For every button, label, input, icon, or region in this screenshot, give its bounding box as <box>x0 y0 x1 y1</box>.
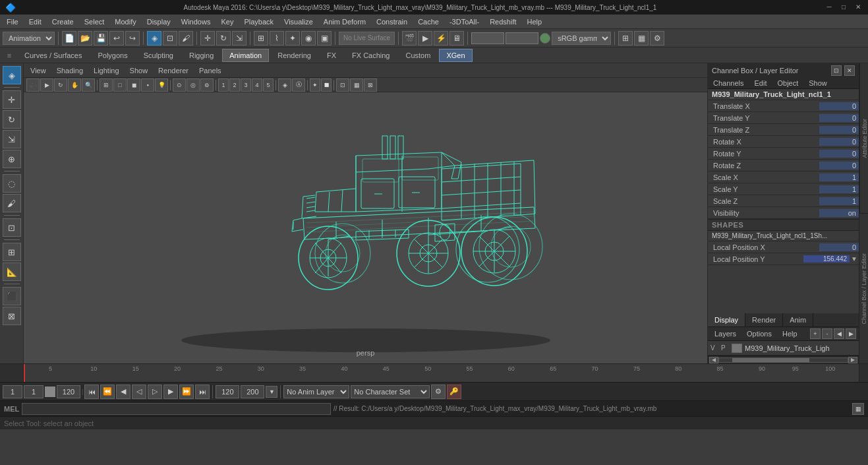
vp-rig-btn[interactable]: ✦ <box>310 78 320 92</box>
viewport-options-btn[interactable]: ⚙ <box>650 31 664 46</box>
key-settings-btn[interactable]: ⚙ <box>431 385 446 399</box>
vp-isolate-btn[interactable]: ⊚ <box>200 78 214 92</box>
cmd-input-field[interactable] <box>22 403 331 415</box>
scroll-track[interactable] <box>718 357 848 363</box>
create-layer-btn[interactable]: ⬛ <box>3 287 21 305</box>
tab-animation[interactable]: Animation <box>222 49 269 62</box>
channel-translate-y[interactable]: Translate Y 0 <box>708 112 859 124</box>
render-settings-btn[interactable]: 🎬 <box>402 31 417 46</box>
redo-btn[interactable]: ↪ <box>125 31 140 46</box>
layers-menu-help[interactable]: Help <box>778 328 801 339</box>
tab-custom[interactable]: Custom <box>399 49 438 62</box>
vp-light-btn[interactable]: 💡 <box>155 78 168 92</box>
channel-rotate-z[interactable]: Rotate Z 0 <box>708 160 859 171</box>
menu-edit[interactable]: Edit <box>25 16 45 27</box>
color-profile-select[interactable]: sRGB gamma <box>552 32 611 45</box>
tab-sculpting[interactable]: Sculpting <box>136 49 181 62</box>
cb-tab-object[interactable]: Object <box>772 78 803 88</box>
paint-select-btn[interactable]: 🖌 <box>179 31 193 46</box>
scroll-left-btn[interactable]: ◀ <box>709 357 718 363</box>
show-manip-btn[interactable]: ⊡ <box>3 218 21 237</box>
char-set-select[interactable]: No Character Set <box>351 385 430 398</box>
vp-menu-shading[interactable]: Shading <box>53 65 87 76</box>
layer-left-btn[interactable]: ◀ <box>834 328 844 339</box>
vp-display5-btn[interactable]: 5 <box>263 78 274 92</box>
vp-menu-view[interactable]: View <box>26 65 50 76</box>
measure-btn[interactable]: 📐 <box>3 263 21 281</box>
menu-file[interactable]: File <box>3 16 22 27</box>
dt-tab-anim[interactable]: Anim <box>783 313 813 326</box>
vp-display1-btn[interactable]: 1 <box>218 78 229 92</box>
local-pos-y-expand[interactable]: ▼ <box>850 255 859 263</box>
menu-key[interactable]: Key <box>217 16 237 27</box>
vp-aa-btn[interactable]: Ⓐ <box>292 78 305 92</box>
vp-textured-btn[interactable]: ▪ <box>141 78 154 92</box>
vp-display4-btn[interactable]: 4 <box>252 78 262 92</box>
snap-to-grid-btn[interactable]: ⊞ <box>254 31 268 46</box>
show-hud-btn[interactable]: ▦ <box>634 31 649 46</box>
move-tool-btn[interactable]: ✛ <box>200 31 215 46</box>
vp-playblast-btn[interactable]: ▶ <box>40 78 53 92</box>
anim-layer-select[interactable]: No Anim Layer <box>283 385 349 398</box>
channel-translate-x[interactable]: Translate X 0 <box>708 100 859 112</box>
channel-scale-y[interactable]: Scale Y 1 <box>708 183 859 195</box>
render-btn[interactable]: ▶ <box>418 31 432 46</box>
tab-fx[interactable]: FX <box>320 49 343 62</box>
channel-scale-z[interactable]: Scale Z 1 <box>708 195 859 207</box>
vp-zoom-btn[interactable]: 🔍 <box>82 78 95 92</box>
channel-box-float-btn[interactable]: ⊡ <box>831 65 842 76</box>
save-scene-btn[interactable]: 💾 <box>94 31 108 46</box>
menu-visualize[interactable]: Visualize <box>280 16 317 27</box>
tab-rigging[interactable]: Rigging <box>182 49 221 62</box>
vp-display2-btn[interactable]: 2 <box>229 78 240 92</box>
snap-to-surface-btn[interactable]: ▣ <box>317 31 332 46</box>
scroll-right-btn[interactable]: ▶ <box>848 357 857 363</box>
cb-tab-edit[interactable]: Edit <box>749 78 772 88</box>
channel-rotate-y[interactable]: Rotate Y 0 <box>708 148 859 160</box>
prev-frame-btn[interactable]: ◀ <box>116 385 130 399</box>
vp-display3-btn[interactable]: 3 <box>241 78 251 92</box>
menu-constrain[interactable]: Constrain <box>372 16 411 27</box>
attribute-editor-tab[interactable]: Attribute Editor <box>859 63 868 213</box>
menu-modify[interactable]: Modify <box>111 16 140 27</box>
channel-local-pos-x[interactable]: Local Position X 0 <box>708 241 859 253</box>
channel-translate-z[interactable]: Translate Z 0 <box>708 124 859 136</box>
tab-xgen[interactable]: XGen <box>439 49 472 62</box>
select-tool-btn[interactable]: ◈ <box>147 31 161 46</box>
end-range-input[interactable] <box>57 385 80 398</box>
cb-tab-show[interactable]: Show <box>803 78 832 88</box>
playback-speed-btn[interactable]: ▼ <box>266 386 277 398</box>
go-start-btn[interactable]: ⏮ <box>84 385 99 399</box>
snap-together-btn[interactable]: ⊞ <box>3 243 21 261</box>
close-button[interactable]: ✕ <box>854 3 863 12</box>
go-end-btn[interactable]: ⏭ <box>195 385 210 399</box>
vp-shaded-btn[interactable]: ◼ <box>127 78 140 92</box>
channel-visibility[interactable]: Visibility on <box>708 207 859 219</box>
menu-help[interactable]: Help <box>523 16 546 27</box>
vp-rotate-btn[interactable]: ↻ <box>54 78 67 92</box>
channel-rotate-x[interactable]: Rotate X 0 <box>708 136 859 148</box>
step-back-btn[interactable]: ⏪ <box>100 385 115 399</box>
dt-tab-render[interactable]: Render <box>745 313 783 326</box>
tab-rendering[interactable]: Rendering <box>270 49 318 62</box>
tab-fx-caching[interactable]: FX Caching <box>345 49 397 62</box>
select-tool-left-btn[interactable]: ◈ <box>3 66 21 84</box>
vp-grid-btn[interactable]: ⊞ <box>100 78 113 92</box>
viewport-renderer-btn[interactable]: 🖥 <box>449 31 464 46</box>
auto-key-btn[interactable]: 🔑 <box>447 385 461 399</box>
snap-to-point-btn[interactable]: ✦ <box>285 31 300 46</box>
tab-curves-surfaces[interactable]: Curves / Surfaces <box>17 49 89 62</box>
new-scene-btn[interactable]: 📄 <box>62 31 76 46</box>
layers-menu-options[interactable]: Options <box>743 328 776 339</box>
open-scene-btn[interactable]: 📂 <box>78 31 92 46</box>
vp-show-all-btn[interactable]: ⊙ <box>173 78 186 92</box>
timeline-playhead[interactable] <box>24 364 25 382</box>
layer-new-btn[interactable]: + <box>810 328 821 339</box>
snap-to-curve-btn[interactable]: ⌇ <box>270 31 284 46</box>
tab-polygons[interactable]: Polygons <box>90 49 134 62</box>
start-frame-input[interactable] <box>24 385 43 398</box>
range-slider[interactable] <box>45 387 55 397</box>
cb-tab-channels[interactable]: Channels <box>708 78 749 88</box>
vp-cam2-btn[interactable]: 🔲 <box>321 78 332 92</box>
universal-manip-btn[interactable]: ⊕ <box>3 150 21 168</box>
